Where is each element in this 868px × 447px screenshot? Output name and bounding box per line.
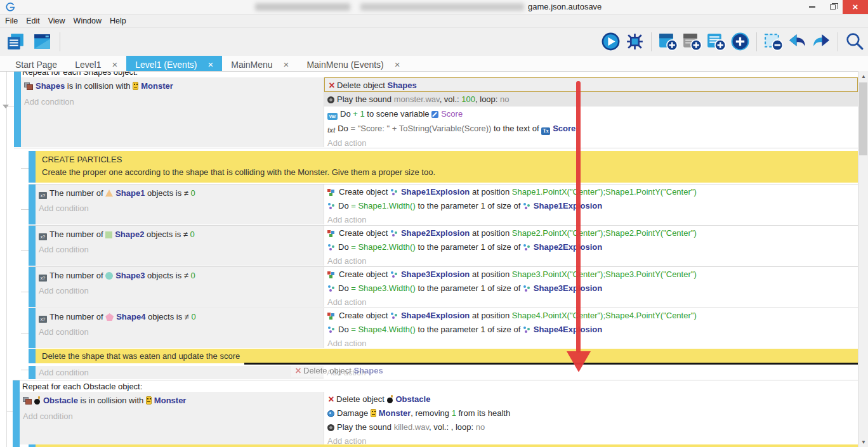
explosion-icon (327, 326, 336, 334)
add-comment-icon[interactable] (706, 31, 727, 52)
scene-editor-icon[interactable] (32, 31, 53, 52)
undo-icon[interactable] (787, 31, 808, 52)
text-segment: = "Score: " + ToString(Variable(Score)) (350, 124, 491, 133)
add-condition[interactable]: Add condition (36, 243, 324, 256)
condition-shapes-collision[interactable]: Shapes is in collision with Monster (21, 79, 324, 93)
scroll-up-icon[interactable] (858, 71, 868, 81)
comment-body: Create the proper one according to the s… (42, 166, 852, 179)
repeat-obstacle-header[interactable]: Repeat for each Obstacle object: (22, 382, 142, 391)
close-tab-icon[interactable] (207, 59, 213, 70)
project-manager-icon[interactable] (5, 31, 26, 52)
menu-help[interactable]: Help (110, 16, 133, 25)
tab-label: Level1 (Events) (135, 60, 197, 70)
action-size-shape1-explosion[interactable]: Do = Shape1.Width() to the parameter 1 o… (324, 200, 858, 212)
action-create-shape2-explosion[interactable]: Create object Shape2Explosion at positio… (324, 227, 858, 240)
add-condition[interactable]: Add condition (21, 95, 324, 109)
condition-shape1-count[interactable]: x?The number of Shape1 objects is ≠ 0 (36, 186, 324, 200)
tree-connector (6, 107, 14, 107)
scroll-down-icon[interactable] (858, 437, 868, 447)
text-segment: to scene variable (365, 109, 432, 119)
text-segment: Do (338, 242, 351, 252)
close-tab-icon[interactable] (284, 59, 289, 70)
action-damage-monster[interactable]: Damage Monster, removing 1 from its heal… (324, 407, 858, 420)
action-create-shape4-explosion[interactable]: Create object Shape4Explosion at positio… (324, 309, 858, 322)
menu-edit[interactable]: Edit (26, 16, 47, 25)
add-subevent-icon[interactable] (681, 31, 702, 52)
text-segment: Shape2Explosion (401, 228, 470, 238)
action-delete-obstacle[interactable]: ×Delete object Obstacle (324, 393, 858, 406)
redacted-title-segment (255, 3, 350, 11)
annotation-arrow-head (567, 351, 591, 372)
text-object-icon: Tx (541, 127, 550, 135)
action-increment-score-variable[interactable]: VarDo + 1 to scene variable Score (324, 107, 858, 121)
close-tab-icon[interactable] (112, 59, 117, 70)
actions-column: Create object Shape1Explosion at positio… (324, 185, 858, 224)
delete-event-icon[interactable] (763, 31, 784, 52)
menu-window[interactable]: Window (74, 16, 109, 25)
text-segment: Create object (339, 269, 390, 279)
add-action[interactable]: Add action (324, 255, 858, 268)
redo-icon[interactable] (811, 31, 832, 52)
tab-start-page[interactable]: Start Page (6, 56, 66, 73)
close-button[interactable] (843, 0, 868, 14)
tab-mainmenu[interactable]: MainMenu (222, 56, 298, 73)
event-indent-bar (29, 444, 36, 447)
menu-file[interactable]: File (5, 16, 25, 25)
text-segment: monster.wav (394, 94, 440, 104)
action-create-shape1-explosion[interactable]: Create object Shape1Explosion at positio… (324, 186, 858, 198)
add-condition[interactable]: Add condition (36, 202, 324, 215)
condition-shape3-count[interactable]: x?The number of Shape3 objects is ≠ 0 (36, 269, 324, 282)
action-size-shape2-explosion[interactable]: Do = Shape2.Width() to the parameter 1 o… (324, 241, 858, 254)
menu-view[interactable]: View (48, 16, 72, 25)
condition-obstacle-collision[interactable]: Obstacle is in collision with Monster (20, 394, 324, 408)
repeat-shapes-header[interactable]: Repeat for each Shapes object: (22, 71, 138, 77)
tree-connector (21, 370, 29, 370)
add-condition[interactable]: Add condition (36, 366, 324, 379)
add-condition[interactable]: Add condition (36, 325, 324, 339)
scrollbar-thumb[interactable] (859, 82, 867, 155)
comment-body: Delete the shape that was eaten and upda… (42, 350, 852, 363)
minimize-button[interactable] (802, 0, 822, 14)
action-create-shape3-explosion[interactable]: Create object Shape3Explosion at positio… (324, 268, 858, 281)
window-title: game.json.autosave (528, 2, 602, 11)
text-segment: Do (338, 201, 351, 211)
monster-icon (371, 409, 376, 417)
action-play-sound-killed[interactable]: Play the sound killed.wav, vol.: , loop:… (324, 421, 858, 434)
add-action[interactable]: Add action (324, 337, 858, 350)
comment-delete-shape[interactable]: Delete the shape that was eaten and upda… (29, 349, 858, 363)
count-icon: x? (39, 233, 47, 240)
tab-level1-events[interactable]: Level1 (Events) (126, 56, 222, 73)
add-other-icon[interactable] (730, 31, 751, 52)
add-action[interactable]: Add action (324, 214, 858, 226)
search-icon[interactable] (844, 31, 865, 52)
text-segment: Monster (141, 81, 173, 91)
text-segment: Do (338, 124, 350, 133)
comment-create-particles[interactable]: CREATE PARTICLES Create the proper one a… (29, 151, 858, 183)
add-condition[interactable]: Add condition (20, 410, 324, 424)
condition-shape4-count[interactable]: x?The number of Shape4 objects is ≠ 0 (36, 310, 324, 323)
comment-clipped[interactable] (29, 444, 858, 447)
add-action[interactable]: Add action (324, 296, 858, 309)
play-icon[interactable] (600, 31, 621, 52)
add-action[interactable]: Add action (324, 366, 858, 379)
action-delete-shapes[interactable]: ×Delete object Shapes (324, 77, 858, 92)
toolbar-separator (838, 32, 838, 51)
restore-button[interactable] (822, 0, 843, 14)
text-segment: Create object (339, 228, 390, 238)
text-segment: at position (470, 269, 512, 279)
tab-level1[interactable]: Level1 (66, 56, 126, 73)
action-play-sound-monster[interactable]: Play the sound monster.wav, vol.: 100, l… (324, 92, 858, 107)
vertical-scrollbar[interactable] (858, 71, 868, 447)
text-segment: , loop: (475, 94, 500, 104)
text-segment: , vol.: (429, 422, 451, 432)
add-condition[interactable]: Add condition (36, 284, 324, 297)
action-set-score-text[interactable]: txtDo = "Score: " + ToString(Variable(Sc… (324, 121, 858, 136)
text-segment: 0 (191, 188, 195, 198)
close-tab-icon[interactable] (395, 59, 400, 70)
debug-icon[interactable] (624, 31, 645, 52)
tab-mainmenu-events[interactable]: MainMenu (Events) (298, 56, 409, 73)
add-event-icon[interactable] (657, 31, 678, 52)
action-size-shape3-explosion[interactable]: Do = Shape3.Width() to the parameter 1 o… (324, 282, 858, 295)
action-size-shape4-explosion[interactable]: Do = Shape4.Width() to the parameter 1 o… (324, 323, 858, 336)
condition-shape2-count[interactable]: x?The number of Shape2 objects is ≠ 0 (36, 228, 324, 241)
